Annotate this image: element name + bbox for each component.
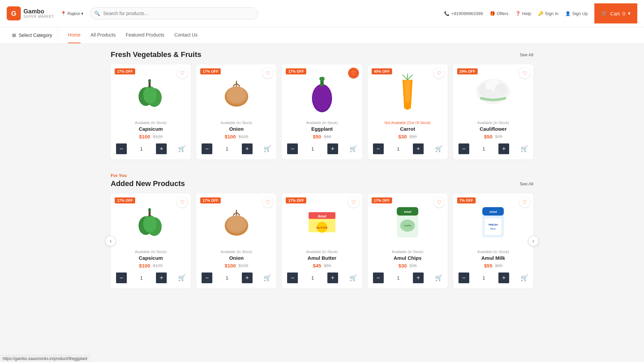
- quantity-decrease-button[interactable]: −: [202, 143, 212, 154]
- quantity-increase-button[interactable]: +: [327, 273, 338, 283]
- wishlist-button[interactable]: ♡: [434, 197, 444, 207]
- add-to-cart-button[interactable]: 🛒: [435, 145, 442, 153]
- help-action[interactable]: ❓ Help: [515, 11, 531, 16]
- quantity-increase-button[interactable]: +: [327, 143, 338, 154]
- offers-action[interactable]: 🎁 Offers: [490, 11, 508, 16]
- phone-icon: 📞: [444, 11, 449, 16]
- quantity-decrease-button[interactable]: −: [287, 143, 298, 154]
- quantity-increase-button[interactable]: +: [498, 143, 509, 154]
- wishlist-button[interactable]: ♡: [262, 197, 273, 207]
- product-card: 17% OFF ♡ Amul CHIPS Available (In Stock…: [368, 193, 448, 289]
- quantity-value: 1: [309, 275, 316, 281]
- quantity-increase-button[interactable]: +: [413, 273, 424, 283]
- logo[interactable]: G Gambo SUPER MARKET: [7, 6, 54, 20]
- price-current: $100: [139, 263, 150, 268]
- svg-point-2: [143, 86, 157, 104]
- wishlist-button[interactable]: ♡: [519, 197, 530, 207]
- price-original: $120: [238, 263, 248, 268]
- fresh-section-header: Fresh Vegetables & Fruits See All: [111, 50, 533, 59]
- wishlist-button[interactable]: ♡: [348, 68, 359, 78]
- header: G Gambo SUPER MARKET 📍 Rajkot ▾ 🔍 📞 +919…: [0, 0, 644, 27]
- signin-icon: 🔑: [538, 11, 543, 16]
- search-input[interactable]: [90, 7, 258, 19]
- quantity-decrease-button[interactable]: −: [202, 273, 212, 283]
- product-price: $45 $55: [287, 263, 357, 268]
- price-current: $55: [484, 263, 492, 268]
- fresh-product-grid: 17% OFF ♡ Available (In Stock) Capsicum …: [111, 64, 533, 160]
- quantity-decrease-button[interactable]: −: [287, 273, 298, 283]
- nav-all-products[interactable]: All Products: [91, 27, 116, 43]
- quantity-increase-button[interactable]: +: [242, 143, 253, 154]
- nav-home[interactable]: Home: [68, 27, 80, 43]
- quantity-decrease-button[interactable]: −: [373, 273, 384, 283]
- quantity-controls: − 1 + 🛒: [116, 143, 185, 154]
- svg-point-27: [148, 208, 151, 212]
- product-image: Amul BUTTER: [287, 199, 357, 246]
- wishlist-button[interactable]: ♡: [519, 68, 530, 78]
- new-see-all[interactable]: See All: [520, 181, 533, 186]
- svg-line-14: [402, 75, 408, 80]
- product-image: [116, 199, 185, 246]
- select-category[interactable]: ⊞ Select Category: [7, 27, 58, 43]
- wishlist-button[interactable]: ♡: [348, 197, 359, 207]
- add-to-cart-button[interactable]: 🛒: [264, 145, 271, 153]
- carousel-prev-button[interactable]: ‹: [105, 236, 116, 246]
- quantity-decrease-button[interactable]: −: [116, 143, 127, 154]
- discount-badge: 17% OFF: [372, 197, 392, 203]
- product-name: Cauliflower: [459, 126, 528, 132]
- brand-sub: SUPER MARKET: [23, 15, 54, 18]
- nav-contact[interactable]: Contact Us: [174, 27, 198, 43]
- quantity-value: 1: [224, 275, 230, 281]
- quantity-decrease-button[interactable]: −: [459, 273, 469, 283]
- product-name: Onion: [202, 126, 271, 132]
- add-to-cart-button[interactable]: 🛒: [521, 145, 528, 153]
- quantity-increase-button[interactable]: +: [498, 273, 509, 283]
- add-to-cart-button[interactable]: 🛒: [435, 274, 442, 282]
- phone-number: +919099963399: [451, 11, 483, 16]
- signin-label: Sign In: [545, 11, 558, 16]
- wishlist-button[interactable]: ♡: [177, 197, 187, 207]
- product-card: 17% OFF ♡ Available (In Stock) Capsicum …: [111, 193, 191, 289]
- product-image: Amul FRESH MILK: [459, 199, 528, 246]
- add-to-cart-button[interactable]: 🛒: [178, 145, 185, 153]
- stock-status: Available (In Stock): [459, 250, 528, 254]
- quantity-increase-button[interactable]: +: [156, 143, 167, 154]
- price-original: $120: [153, 134, 163, 139]
- nav-links: Home All Products Featured Products Cont…: [58, 27, 208, 43]
- location-selector[interactable]: 📍 Rajkot ▾: [61, 11, 84, 16]
- product-image: [202, 199, 271, 246]
- add-to-cart-button[interactable]: 🛒: [350, 145, 357, 153]
- quantity-increase-button[interactable]: +: [413, 143, 424, 154]
- wishlist-button[interactable]: ♡: [434, 68, 444, 78]
- discount-badge: 17% OFF: [286, 68, 306, 74]
- svg-rect-44: [485, 218, 501, 235]
- stock-status: Available (In Stock): [202, 250, 271, 254]
- fresh-see-all[interactable]: See All: [520, 52, 533, 57]
- signin-action[interactable]: 🔑 Sign In: [538, 11, 558, 16]
- carousel-next-button[interactable]: ›: [528, 236, 539, 246]
- add-to-cart-button[interactable]: 🛒: [350, 274, 357, 282]
- svg-text:FRESH: FRESH: [489, 223, 498, 226]
- add-to-cart-button[interactable]: 🛒: [264, 274, 271, 282]
- add-to-cart-button[interactable]: 🛒: [521, 274, 528, 282]
- quantity-value: 1: [224, 146, 230, 152]
- price-current: $50: [313, 134, 321, 139]
- wishlist-button[interactable]: ♡: [177, 68, 187, 78]
- logo-icon: G: [7, 6, 21, 20]
- svg-text:CHIPS: CHIPS: [404, 225, 411, 227]
- nav-featured[interactable]: Featured Products: [126, 27, 164, 43]
- quantity-decrease-button[interactable]: −: [116, 273, 127, 283]
- svg-point-30: [227, 216, 246, 232]
- price-original: $50: [410, 134, 417, 139]
- signup-action[interactable]: 👤 Sign Up: [565, 11, 588, 16]
- wishlist-button[interactable]: ♡: [262, 68, 273, 78]
- add-to-cart-button[interactable]: 🛒: [178, 274, 185, 282]
- quantity-decrease-button[interactable]: −: [459, 143, 469, 154]
- discount-badge: 40% OFF: [372, 68, 392, 74]
- quantity-increase-button[interactable]: +: [242, 273, 253, 283]
- product-price: $55 $60: [459, 263, 528, 268]
- cart-button[interactable]: 🛒 Cart 0 ▾: [594, 3, 637, 23]
- phone-action[interactable]: 📞 +919099963399: [444, 11, 483, 16]
- quantity-increase-button[interactable]: +: [156, 273, 167, 283]
- quantity-decrease-button[interactable]: −: [373, 143, 384, 154]
